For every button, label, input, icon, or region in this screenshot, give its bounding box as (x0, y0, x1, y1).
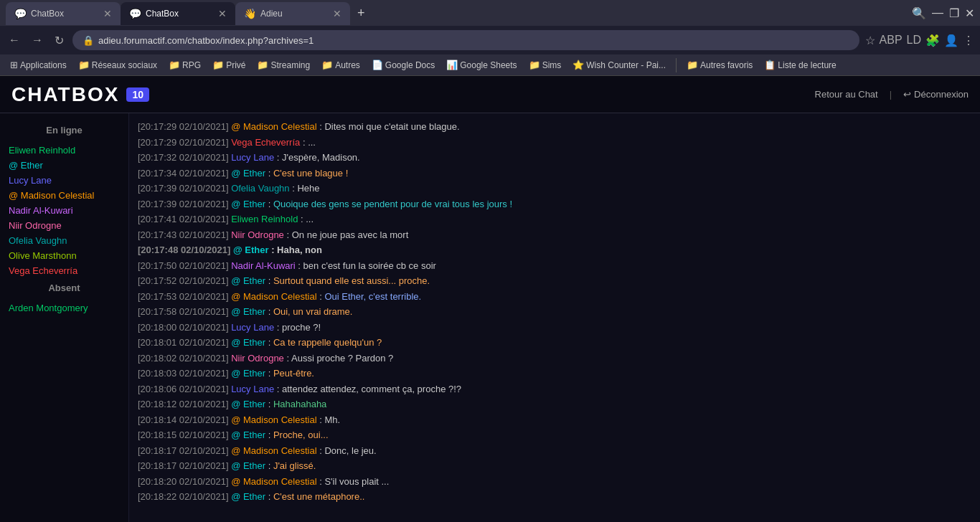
timestamp: [20:17:29 02/10/2021] (138, 121, 229, 132)
chat-area[interactable]: [20:17:29 02/10/2021] @ Madison Celestia… (129, 113, 980, 522)
tab-3-close[interactable]: ✕ (333, 8, 341, 19)
tab-2-close[interactable]: ✕ (218, 8, 227, 19)
tab-1-close[interactable]: ✕ (103, 8, 112, 19)
bookmark-sims-label: Sims (542, 60, 562, 70)
message-text: On ne joue pas avec la mort (292, 229, 409, 240)
refresh-button[interactable]: ↻ (52, 31, 67, 50)
message-text: Quoique des gens se pendent pour de vrai… (273, 199, 512, 209)
chat-message-18: [20:18:06 02/10/2021] Lucy Lane : attend… (138, 381, 971, 397)
url-bar[interactable]: 🔒 adieu.forumactif.com/chatbox/index.php… (72, 30, 859, 50)
star-icon[interactable]: ☆ (865, 34, 875, 47)
bookmark-wish-label: Wish Counter - Pai... (586, 60, 666, 70)
author: @ Madison Celestial (231, 291, 316, 302)
author: @ Madison Celestial (231, 414, 316, 425)
folder-icon: 📁 (78, 60, 90, 70)
sidebar-user-ofelia[interactable]: Ofelia Vaughn (0, 233, 128, 248)
colon: : (268, 430, 273, 440)
tab-1[interactable]: 💬 ChatBox ✕ (6, 2, 121, 25)
avatar-icon[interactable]: 👤 (944, 34, 958, 47)
retour-link[interactable]: Retour au Chat (815, 89, 878, 100)
search-icon[interactable]: 🔍 (912, 6, 926, 20)
colon: : (277, 322, 282, 333)
sidebar-user-vega[interactable]: Vega Echeverría (0, 263, 128, 278)
tab-3[interactable]: 👋 Adieu ✕ (235, 2, 350, 25)
abp-icon[interactable]: ABP (880, 34, 903, 47)
timestamp: [20:18:12 02/10/2021] (138, 399, 229, 409)
minimize-button[interactable]: — (932, 6, 943, 19)
bookmark-applications[interactable]: ⊞ Applications (6, 58, 71, 72)
message-text: Peut-être. (273, 368, 314, 379)
chat-message-11: [20:17:52 02/10/2021] @ Ether : Surtout … (138, 273, 971, 289)
menu-icon[interactable]: ⋮ (963, 34, 974, 47)
close-button[interactable]: ✕ (965, 6, 974, 20)
timestamp: [20:17:39 02/10/2021] (138, 183, 229, 194)
message-text: Haha, non (277, 245, 322, 255)
forward-button[interactable]: → (29, 31, 46, 49)
timestamp: [20:18:00 02/10/2021] (138, 322, 229, 333)
bookmarks-separator (676, 58, 677, 72)
logout-button[interactable]: ↩ Déconnexion (903, 89, 969, 100)
sidebar-user-lucy[interactable]: Lucy Lane (0, 173, 128, 188)
header-separator: | (890, 89, 892, 100)
timestamp: [20:18:17 02/10/2021] (138, 460, 229, 471)
sidebar: En ligne Eliwen Reinhold @ Ether Lucy La… (0, 113, 129, 522)
bookmark-streaming[interactable]: 📁 Streaming (253, 58, 314, 72)
colon: : (268, 399, 273, 409)
back-button[interactable]: ← (6, 31, 23, 49)
maximize-button[interactable]: ❐ (949, 6, 959, 20)
bookmark-prive[interactable]: 📁 Privé (208, 58, 250, 72)
message-text: ben c'est fun la soirée cb ce soir (303, 260, 436, 271)
chat-message-10: [20:17:50 02/10/2021] Nadir Al-Kuwari : … (138, 258, 971, 274)
tab-2-icon: 💬 (129, 8, 141, 19)
chat-message-9: [20:17:48 02/10/2021] @ Ether : Haha, no… (138, 242, 971, 258)
bookmark-gdocs[interactable]: 📄 Google Docs (367, 58, 439, 72)
timestamp: [20:17:58 02/10/2021] (138, 306, 229, 317)
bookmark-autres-favoris[interactable]: 📁 Autres favoris (682, 58, 757, 72)
new-tab-button[interactable]: + (350, 1, 372, 25)
bookmark-liste-lecture[interactable]: 📋 Liste de lecture (760, 58, 840, 72)
profile-icon[interactable]: LD (907, 34, 921, 47)
message-text: ... (308, 137, 316, 148)
sidebar-user-nadir[interactable]: Nadir Al-Kuwari (0, 203, 128, 218)
bookmark-reseaux[interactable]: 📁 Réseaux sociaux (74, 58, 161, 72)
tab-1-icon: 💬 (14, 8, 27, 19)
tab-2[interactable]: 💬 ChatBox ✕ (121, 2, 235, 25)
bookmark-rpg[interactable]: 📁 RPG (164, 58, 205, 72)
sidebar-user-olive[interactable]: Olive Marsthonn (0, 248, 128, 263)
author: Niir Odrogne (231, 353, 284, 364)
sidebar-user-eliwen[interactable]: Eliwen Reinhold (0, 143, 128, 158)
bookmark-gsheets[interactable]: 📊 Google Sheets (442, 58, 521, 72)
bookmark-wish[interactable]: ⭐ Wish Counter - Pai... (568, 58, 670, 72)
message-text: Proche, oui... (273, 430, 329, 440)
chat-message-12: [20:17:53 02/10/2021] @ Madison Celestia… (138, 289, 971, 305)
window-controls: 🔍 — ❐ ✕ (912, 6, 974, 20)
message-text: Hehe (297, 183, 319, 194)
author: @ Madison Celestial (231, 445, 316, 456)
bookmark-sims[interactable]: 📁 Sims (524, 58, 566, 72)
message-text: J'espère, Madison. (282, 152, 360, 163)
chat-message-15: [20:18:01 02/10/2021] @ Ether : Ca te ra… (138, 335, 971, 351)
chat-message-5: [20:17:39 02/10/2021] Ofelia Vaughn : He… (138, 181, 971, 196)
message-text: Hahahahaha (273, 399, 326, 409)
sidebar-user-arden[interactable]: Arden Montgomery (0, 300, 128, 315)
timestamp: [20:17:50 02/10/2021] (138, 260, 229, 271)
extensions-icon[interactable]: 🧩 (925, 34, 940, 47)
timestamp: [20:17:48 02/10/2021] (138, 245, 230, 255)
author: Eliwen Reinhold (231, 214, 298, 224)
sidebar-user-madison[interactable]: @ Madison Celestial (0, 188, 128, 203)
timestamp: [20:18:14 02/10/2021] (138, 414, 229, 425)
author: Lucy Lane (231, 152, 274, 163)
app-badge: 10 (126, 87, 149, 102)
bookmark-liste-label: Liste de lecture (778, 60, 836, 70)
timestamp: [20:17:29 02/10/2021] (138, 137, 229, 148)
author: @ Ether (231, 368, 265, 379)
tab-2-label: ChatBox (146, 9, 179, 19)
bookmark-autres-favoris-label: Autres favoris (700, 60, 753, 70)
title-bar: 💬 ChatBox ✕ 💬 ChatBox ✕ 👋 Adieu ✕ + 🔍 — … (0, 0, 980, 26)
bookmark-autres[interactable]: 📁 Autres (317, 58, 364, 72)
sidebar-user-niir[interactable]: Niir Odrogne (0, 218, 128, 233)
timestamp: [20:17:43 02/10/2021] (138, 229, 229, 240)
bookmark-autres-label: Autres (335, 60, 360, 70)
message-text: proche ?! (282, 322, 321, 333)
sidebar-user-ether[interactable]: @ Ether (0, 158, 128, 173)
